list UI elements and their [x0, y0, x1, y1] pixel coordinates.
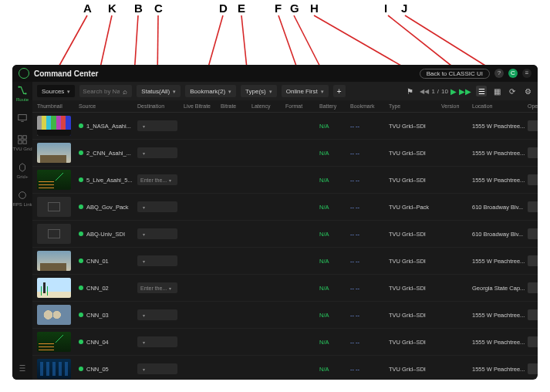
source-name: 2_CNN_Asahi_...: [86, 150, 131, 157]
toolbar-right: ⚑ ◀◀ 1 / 10 ▶ ▶▶ ☰ ▦ ⟳ ⚙: [404, 86, 533, 96]
classic-ui-button[interactable]: Back to CLASSIC UI: [420, 69, 490, 79]
sort-dropdown[interactable]: Online First: [282, 85, 329, 97]
table-row[interactable]: CNN_05N/A-- --TVU Grid–SDI1555 W Peachtr…: [32, 356, 538, 380]
search-input-wrapper[interactable]: [79, 85, 132, 97]
operation-button[interactable]: [528, 282, 538, 293]
add-button[interactable]: +: [333, 85, 346, 97]
page-last-button[interactable]: ▶▶: [459, 87, 471, 96]
rail-item-monitor[interactable]: [17, 113, 28, 123]
sources-dropdown[interactable]: Sources: [37, 85, 75, 97]
operation-button[interactable]: [528, 309, 538, 320]
svg-rect-18: [23, 140, 26, 144]
menu-icon[interactable]: ≡: [522, 69, 531, 78]
table-row[interactable]: 5_Live_Asahi_5...Enter the...N/A-- --TVU…: [32, 167, 538, 194]
destination-dropdown[interactable]: [137, 255, 177, 266]
search-input[interactable]: [83, 88, 120, 95]
type-cell: TVU Grid–SDI: [389, 231, 441, 238]
refresh-button[interactable]: ⟳: [507, 86, 518, 96]
bookmark-cell[interactable]: -- --: [350, 312, 389, 319]
rail-item-rpslink[interactable]: RPS Link: [12, 190, 32, 207]
bookmark-cell[interactable]: -- --: [350, 366, 389, 373]
chevron-down-icon: [269, 88, 272, 95]
rail-item-collapse[interactable]: [17, 363, 28, 373]
type-cell: TVU Grid–Pack: [389, 204, 441, 211]
bookmark-cell[interactable]: -- --: [350, 258, 389, 265]
thumbnail[interactable]: [37, 332, 71, 352]
destination-dropdown[interactable]: [137, 120, 177, 131]
operation-button[interactable]: [528, 363, 538, 374]
bookmark-cell[interactable]: -- --: [350, 150, 389, 157]
thumbnail[interactable]: [37, 278, 71, 298]
operation-button[interactable]: [528, 174, 538, 185]
bookmark-cell[interactable]: -- --: [350, 339, 389, 346]
operation-button[interactable]: [528, 228, 538, 239]
table-row[interactable]: CNN_02Enter the...N/A-- --TVU Grid–SDIGe…: [32, 275, 538, 302]
settings-button[interactable]: ⚙: [522, 86, 533, 96]
col-header: Thumbnail: [37, 103, 79, 109]
table-row[interactable]: ABQ-Univ_SDIN/A-- --TVU Grid–SDI610 Broa…: [32, 221, 538, 248]
source-name: CNN_01: [86, 258, 109, 265]
destination-dropdown[interactable]: [137, 363, 177, 374]
table-row[interactable]: CNN_03N/A-- --TVU Grid–SDI1555 W Peachtr…: [32, 302, 538, 329]
destination-dropdown[interactable]: [137, 147, 177, 158]
operation-button[interactable]: [528, 147, 538, 158]
bookmark-cell[interactable]: -- --: [350, 285, 389, 292]
thumbnail[interactable]: [37, 116, 71, 136]
destination-dropdown[interactable]: [137, 336, 177, 347]
page-next-button[interactable]: ▶: [450, 87, 457, 96]
destination-dropdown[interactable]: Enter the...: [137, 282, 177, 293]
status-dot-icon: [79, 123, 83, 128]
thumbnail[interactable]: [37, 143, 71, 163]
destination-dropdown[interactable]: [137, 201, 177, 212]
chevron-down-icon: [169, 177, 171, 183]
col-header: Location: [472, 103, 528, 109]
bookmark-filter-dropdown[interactable]: Bookmark(2): [185, 85, 236, 97]
bookmark-cell[interactable]: -- --: [350, 177, 389, 184]
destination-dropdown[interactable]: [137, 309, 177, 320]
page-sep: /: [437, 88, 439, 95]
rail-item-gridplus[interactable]: Grid+: [17, 162, 29, 179]
destination-dropdown[interactable]: [137, 228, 177, 239]
chevron-down-icon: [143, 259, 145, 264]
rail-item-route[interactable]: Route: [16, 85, 29, 102]
status-filter-dropdown[interactable]: Status(All): [137, 85, 181, 97]
table-row[interactable]: 2_CNN_Asahi_...N/A-- --TVU Grid–SDI1555 …: [32, 140, 538, 167]
table-row[interactable]: 1_NASA_Asahi...N/A-- --TVU Grid–SDI1555 …: [32, 113, 538, 140]
operation-button[interactable]: [528, 201, 538, 212]
operation-button[interactable]: [528, 120, 538, 131]
dropdown-label: Sources: [42, 88, 64, 95]
thumbnail[interactable]: [37, 224, 71, 244]
destination-dropdown[interactable]: Enter the...: [137, 174, 177, 185]
source-name: 1_NASA_Asahi...: [86, 123, 131, 130]
grid-view-button[interactable]: ▦: [491, 86, 502, 96]
thumbnail[interactable]: [37, 197, 71, 217]
rail-label: TVU Grid: [12, 147, 32, 151]
rail-item-tvugrid[interactable]: TVU Grid: [12, 134, 32, 151]
source-cell: CNN_01: [79, 258, 137, 265]
bookmark-cell[interactable]: -- --: [350, 231, 389, 238]
bookmark-cell[interactable]: -- --: [350, 123, 389, 130]
user-avatar[interactable]: C: [508, 69, 518, 78]
bookmark-cell[interactable]: -- --: [350, 204, 389, 211]
help-icon[interactable]: ?: [494, 69, 504, 78]
destination-value: Enter the...: [140, 177, 167, 183]
status-dot-icon: [79, 367, 83, 371]
thumbnail[interactable]: [37, 305, 71, 325]
annotation-labels: A K B C D E F G H I J: [0, 2, 550, 17]
type-filter-dropdown[interactable]: Type(s): [241, 85, 277, 97]
operation-button[interactable]: [528, 336, 538, 347]
list-view-button[interactable]: ☰: [476, 86, 487, 96]
table-row[interactable]: ABQ_Gov_PackN/A-- --TVU Grid–Pack610 Bro…: [32, 194, 538, 221]
thumbnail[interactable]: [37, 359, 71, 379]
table-row[interactable]: CNN_01N/A-- --TVU Grid–SDI1555 W Peachtr…: [32, 248, 538, 275]
flag-icon[interactable]: ⚑: [404, 86, 415, 96]
type-cell: TVU Grid–SDI: [389, 312, 441, 319]
type-cell: TVU Grid–SDI: [389, 339, 441, 346]
table-row[interactable]: CNN_04N/A-- --TVU Grid–SDI1555 W Peachtr…: [32, 329, 538, 356]
thumbnail[interactable]: [37, 170, 71, 190]
operation-button[interactable]: [528, 255, 538, 266]
svg-rect-13: [19, 115, 27, 120]
page-prev-button[interactable]: ◀◀: [420, 88, 429, 95]
thumbnail[interactable]: [37, 251, 71, 271]
status-dot-icon: [79, 340, 83, 344]
